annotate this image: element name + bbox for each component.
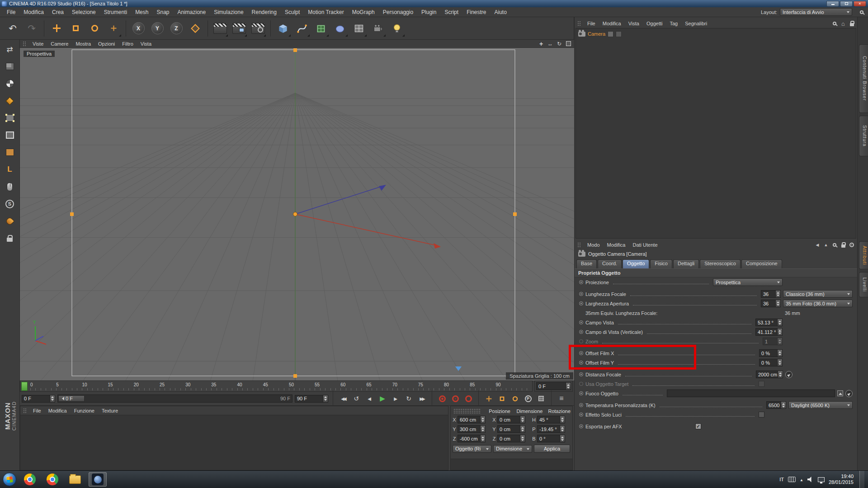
tab-composizione[interactable]: Composizione	[741, 259, 782, 268]
taskbar-cinema4d-button[interactable]	[89, 472, 107, 487]
proiezione-select[interactable]: Prospettica	[713, 278, 783, 286]
key-pla-toggle[interactable]	[536, 394, 547, 404]
taskbar-explorer-button[interactable]	[66, 472, 84, 487]
menu-animazione[interactable]: Animazione	[174, 8, 210, 16]
coord-system-button[interactable]	[186, 19, 204, 38]
autokey-button[interactable]	[450, 394, 461, 404]
maximize-button[interactable]	[840, 1, 853, 7]
tab-oggetto[interactable]: Oggetto	[623, 259, 649, 268]
lunghezza-focale-preset[interactable]: Classico (36 mm)	[783, 290, 853, 298]
ruler-frame-field[interactable]: 0 F	[536, 382, 571, 390]
tab-fisico[interactable]: Fisico	[650, 259, 672, 268]
menu-strumenti[interactable]: Strumenti	[100, 8, 131, 16]
position-z-field[interactable]: -600 cm	[458, 435, 486, 442]
keyframe-selection-button[interactable]	[463, 394, 474, 404]
zoom-view-icon[interactable]	[546, 41, 554, 47]
current-frame-field[interactable]: 0 F	[22, 395, 55, 403]
menu-crea[interactable]: Crea	[48, 8, 68, 16]
tab-coord[interactable]: Coord.	[598, 259, 622, 268]
tab-base[interactable]: Base	[576, 259, 597, 268]
loop-button[interactable]	[403, 394, 414, 404]
material-list-empty[interactable]	[20, 415, 448, 470]
usa-oggetto-target-checkbox[interactable]	[759, 381, 764, 387]
om-menu-vista[interactable]: Vista	[625, 20, 643, 27]
lock-y-button[interactable]: Y	[148, 19, 166, 38]
model-mode-button[interactable]	[1, 59, 19, 74]
convert-button[interactable]	[1, 42, 19, 57]
rotation-h-field[interactable]: 45 °	[537, 416, 565, 423]
am-target-icon[interactable]	[848, 242, 855, 248]
section-proprieta-oggetto[interactable]: Proprietà Oggetto	[575, 268, 857, 277]
distanza-focale-field[interactable]: 2000 cm	[756, 371, 783, 378]
paint-mode-button[interactable]	[1, 213, 19, 229]
anim-dot[interactable]	[579, 413, 583, 417]
viewport-menu-vista[interactable]: Vista	[137, 41, 155, 47]
rotate-tool-button[interactable]	[85, 19, 104, 38]
camera-tag-icon-2[interactable]	[616, 31, 622, 37]
link-up-icon[interactable]	[837, 390, 843, 396]
menu-rendering[interactable]: Rendering	[248, 8, 281, 16]
esporta-afx-checkbox[interactable]	[695, 423, 701, 429]
undo-button[interactable]	[4, 19, 22, 38]
anim-dot[interactable]	[579, 280, 583, 284]
lunghezza-focale-field[interactable]: 36	[761, 290, 781, 298]
tray-expand-icon[interactable]	[800, 477, 803, 482]
move-tool-button[interactable]	[47, 19, 66, 38]
campo-vista-field[interactable]: 53.13 °	[755, 319, 783, 326]
power-slider-thumb[interactable]: 0 F	[58, 395, 85, 402]
add-cube-button[interactable]	[274, 19, 292, 38]
materials-menu-file[interactable]: File	[29, 408, 45, 414]
size-z-field[interactable]: 0 cm	[497, 435, 525, 442]
am-lock-icon[interactable]	[840, 242, 847, 248]
last-tool-button[interactable]	[104, 19, 123, 38]
minimize-button[interactable]	[826, 1, 839, 7]
am-menu-dati-utente[interactable]: Dati Utente	[629, 242, 661, 248]
goto-end-button[interactable]	[416, 394, 427, 404]
temperatura-field[interactable]: 6500	[766, 401, 786, 409]
render-view-button[interactable]	[211, 19, 229, 38]
menu-mograph[interactable]: MoGraph	[348, 8, 379, 16]
close-button[interactable]: ×	[854, 1, 866, 7]
goto-start-button[interactable]	[338, 394, 349, 404]
workplane-mode-button[interactable]	[1, 93, 19, 108]
menu-aiuto[interactable]: Aiuto	[491, 8, 511, 16]
size-x-field[interactable]: 0 cm	[497, 416, 525, 423]
snapping-button[interactable]	[1, 179, 19, 194]
om-menu-oggetti[interactable]: Oggetti	[643, 20, 666, 27]
camera-object-label[interactable]: Camera	[588, 31, 605, 37]
viewport-menu-mostra[interactable]: Mostra	[72, 41, 94, 47]
apply-button[interactable]: Applica	[534, 445, 570, 453]
end-frame-field[interactable]: 90 F	[295, 395, 328, 403]
play-button[interactable]	[377, 394, 388, 404]
panel-grip[interactable]	[453, 408, 481, 414]
layout-select[interactable]: Interfaccia di Avvio	[780, 8, 852, 16]
tab-struttura[interactable]: Struttura	[859, 116, 868, 156]
viewport-solo-button[interactable]	[1, 196, 19, 211]
anim-dot[interactable]	[579, 403, 583, 407]
add-environment-button[interactable]	[350, 19, 368, 38]
materials-menu-funzione[interactable]: Funzione	[71, 408, 98, 414]
om-home-icon[interactable]	[840, 20, 847, 27]
am-search-icon[interactable]	[831, 242, 838, 248]
tab-contenuti-browser[interactable]: Contenuti Browser	[859, 44, 868, 113]
timeline-ruler[interactable]: 051015202530354045505560657075808590	[20, 380, 533, 392]
render-settings-button[interactable]	[249, 19, 267, 38]
om-menu-tag[interactable]: Tag	[666, 20, 681, 27]
menu-snap[interactable]: Snap	[152, 8, 173, 16]
key-scale-toggle[interactable]	[496, 394, 507, 404]
record-keyframe-button[interactable]	[437, 394, 448, 404]
previous-frame-button[interactable]	[364, 394, 375, 404]
om-menu-modifica[interactable]: Modifica	[599, 20, 625, 27]
rotation-b-field[interactable]: 0 °	[537, 435, 565, 442]
frame-stepper[interactable]	[566, 383, 571, 389]
camera-tag-icon[interactable]	[608, 31, 613, 37]
add-spline-button[interactable]	[293, 19, 311, 38]
panel-grip[interactable]	[577, 21, 581, 26]
tab-stereoscopico[interactable]: Stereoscopico	[700, 259, 741, 268]
size-y-field[interactable]: 0 cm	[497, 425, 525, 433]
taskbar-chrome-button-2[interactable]	[43, 472, 61, 487]
om-search-icon[interactable]	[831, 20, 838, 27]
toggle-view-icon[interactable]	[564, 41, 572, 47]
viewport-menu-camere[interactable]: Camere	[47, 41, 72, 47]
am-history-back-icon[interactable]	[814, 242, 821, 248]
